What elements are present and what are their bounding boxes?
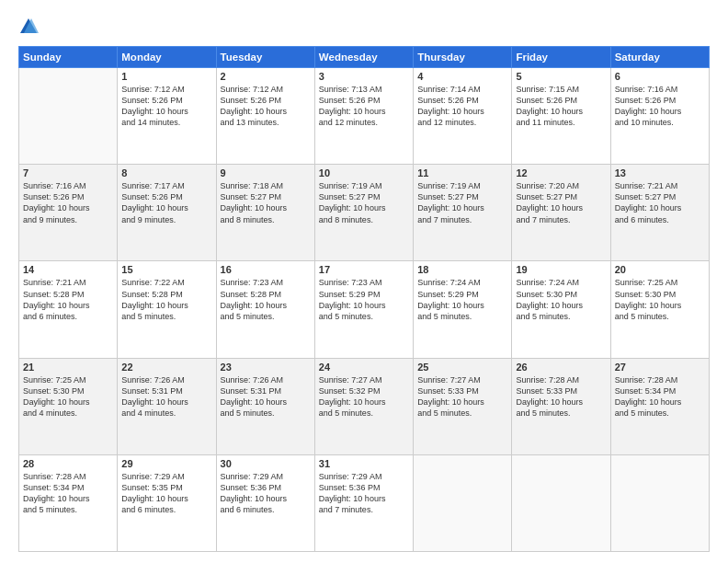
- day-info: Sunrise: 7:28 AM Sunset: 5:33 PM Dayligh…: [516, 374, 606, 419]
- calendar-week-row: 1Sunrise: 7:12 AM Sunset: 5:26 PM Daylig…: [19, 68, 710, 165]
- day-info: Sunrise: 7:16 AM Sunset: 5:26 PM Dayligh…: [23, 180, 113, 225]
- calendar-cell: 19Sunrise: 7:24 AM Sunset: 5:30 PM Dayli…: [512, 261, 610, 358]
- day-info: Sunrise: 7:28 AM Sunset: 5:34 PM Dayligh…: [615, 374, 705, 419]
- calendar-week-row: 21Sunrise: 7:25 AM Sunset: 5:30 PM Dayli…: [19, 358, 710, 454]
- weekday-header-wednesday: Wednesday: [314, 47, 413, 68]
- day-info: Sunrise: 7:26 AM Sunset: 5:31 PM Dayligh…: [221, 374, 311, 419]
- calendar-cell: 3Sunrise: 7:13 AM Sunset: 5:26 PM Daylig…: [314, 68, 413, 165]
- day-number: 12: [516, 167, 606, 178]
- weekday-header-monday: Monday: [118, 47, 216, 68]
- day-number: 11: [417, 167, 507, 178]
- day-number: 27: [615, 362, 705, 373]
- day-info: Sunrise: 7:16 AM Sunset: 5:26 PM Dayligh…: [615, 84, 705, 129]
- day-info: Sunrise: 7:21 AM Sunset: 5:27 PM Dayligh…: [615, 180, 705, 225]
- calendar-cell: 22Sunrise: 7:26 AM Sunset: 5:31 PM Dayli…: [118, 358, 216, 454]
- calendar-cell: 31Sunrise: 7:29 AM Sunset: 5:36 PM Dayli…: [314, 454, 413, 551]
- calendar-cell: 8Sunrise: 7:17 AM Sunset: 5:26 PM Daylig…: [118, 165, 216, 261]
- weekday-header-tuesday: Tuesday: [216, 47, 314, 68]
- calendar-cell: 30Sunrise: 7:29 AM Sunset: 5:36 PM Dayli…: [216, 454, 314, 551]
- calendar-cell: [512, 454, 610, 551]
- day-number: 14: [23, 264, 113, 275]
- day-number: 28: [23, 458, 113, 469]
- weekday-header-sunday: Sunday: [19, 47, 118, 68]
- calendar-cell: 7Sunrise: 7:16 AM Sunset: 5:26 PM Daylig…: [19, 165, 118, 261]
- day-info: Sunrise: 7:17 AM Sunset: 5:26 PM Dayligh…: [121, 180, 211, 225]
- calendar-cell: 14Sunrise: 7:21 AM Sunset: 5:28 PM Dayli…: [19, 261, 118, 358]
- day-number: 26: [516, 362, 606, 373]
- day-number: 5: [516, 71, 606, 82]
- calendar-cell: 25Sunrise: 7:27 AM Sunset: 5:33 PM Dayli…: [414, 358, 512, 454]
- header: [18, 17, 710, 37]
- day-info: Sunrise: 7:29 AM Sunset: 5:35 PM Dayligh…: [121, 471, 211, 516]
- day-info: Sunrise: 7:12 AM Sunset: 5:26 PM Dayligh…: [121, 84, 211, 129]
- day-number: 17: [319, 264, 409, 275]
- calendar-cell: 11Sunrise: 7:19 AM Sunset: 5:27 PM Dayli…: [414, 165, 512, 261]
- day-number: 16: [221, 264, 311, 275]
- day-number: 20: [615, 264, 705, 275]
- day-info: Sunrise: 7:28 AM Sunset: 5:34 PM Dayligh…: [23, 471, 113, 516]
- day-number: 30: [221, 458, 311, 469]
- calendar-cell: 28Sunrise: 7:28 AM Sunset: 5:34 PM Dayli…: [19, 454, 118, 551]
- calendar-cell: [610, 454, 709, 551]
- day-info: Sunrise: 7:21 AM Sunset: 5:28 PM Dayligh…: [23, 277, 113, 322]
- day-info: Sunrise: 7:20 AM Sunset: 5:27 PM Dayligh…: [516, 180, 606, 225]
- calendar-week-row: 14Sunrise: 7:21 AM Sunset: 5:28 PM Dayli…: [19, 261, 710, 358]
- calendar-cell: 18Sunrise: 7:24 AM Sunset: 5:29 PM Dayli…: [414, 261, 512, 358]
- calendar-week-row: 7Sunrise: 7:16 AM Sunset: 5:26 PM Daylig…: [19, 165, 710, 261]
- calendar-cell: 21Sunrise: 7:25 AM Sunset: 5:30 PM Dayli…: [19, 358, 118, 454]
- calendar-cell: 20Sunrise: 7:25 AM Sunset: 5:30 PM Dayli…: [610, 261, 709, 358]
- logo-icon: [18, 17, 39, 37]
- day-info: Sunrise: 7:27 AM Sunset: 5:32 PM Dayligh…: [319, 374, 409, 419]
- day-info: Sunrise: 7:22 AM Sunset: 5:28 PM Dayligh…: [121, 277, 211, 322]
- day-info: Sunrise: 7:24 AM Sunset: 5:30 PM Dayligh…: [516, 277, 606, 322]
- day-info: Sunrise: 7:14 AM Sunset: 5:26 PM Dayligh…: [417, 84, 507, 129]
- day-number: 25: [417, 362, 507, 373]
- day-info: Sunrise: 7:19 AM Sunset: 5:27 PM Dayligh…: [319, 180, 409, 225]
- calendar-cell: 17Sunrise: 7:23 AM Sunset: 5:29 PM Dayli…: [314, 261, 413, 358]
- day-info: Sunrise: 7:25 AM Sunset: 5:30 PM Dayligh…: [615, 277, 705, 322]
- logo: [18, 17, 42, 37]
- calendar-cell: 6Sunrise: 7:16 AM Sunset: 5:26 PM Daylig…: [610, 68, 709, 165]
- calendar-cell: [19, 68, 118, 165]
- weekday-header-row: SundayMondayTuesdayWednesdayThursdayFrid…: [19, 47, 710, 68]
- day-info: Sunrise: 7:18 AM Sunset: 5:27 PM Dayligh…: [221, 180, 311, 225]
- calendar-cell: 24Sunrise: 7:27 AM Sunset: 5:32 PM Dayli…: [314, 358, 413, 454]
- day-number: 4: [417, 71, 507, 82]
- day-info: Sunrise: 7:23 AM Sunset: 5:29 PM Dayligh…: [319, 277, 409, 322]
- calendar-cell: 27Sunrise: 7:28 AM Sunset: 5:34 PM Dayli…: [610, 358, 709, 454]
- day-number: 29: [121, 458, 211, 469]
- day-info: Sunrise: 7:26 AM Sunset: 5:31 PM Dayligh…: [121, 374, 211, 419]
- day-info: Sunrise: 7:15 AM Sunset: 5:26 PM Dayligh…: [516, 84, 606, 129]
- day-number: 2: [221, 71, 311, 82]
- day-number: 13: [615, 167, 705, 178]
- calendar-cell: 15Sunrise: 7:22 AM Sunset: 5:28 PM Dayli…: [118, 261, 216, 358]
- calendar-cell: 5Sunrise: 7:15 AM Sunset: 5:26 PM Daylig…: [512, 68, 610, 165]
- day-info: Sunrise: 7:25 AM Sunset: 5:30 PM Dayligh…: [23, 374, 113, 419]
- day-info: Sunrise: 7:23 AM Sunset: 5:28 PM Dayligh…: [221, 277, 311, 322]
- calendar-cell: 16Sunrise: 7:23 AM Sunset: 5:28 PM Dayli…: [216, 261, 314, 358]
- day-number: 31: [319, 458, 409, 469]
- weekday-header-saturday: Saturday: [610, 47, 709, 68]
- weekday-header-thursday: Thursday: [414, 47, 512, 68]
- weekday-header-friday: Friday: [512, 47, 610, 68]
- day-number: 6: [615, 71, 705, 82]
- day-number: 9: [221, 167, 311, 178]
- day-info: Sunrise: 7:29 AM Sunset: 5:36 PM Dayligh…: [221, 471, 311, 516]
- calendar-cell: 29Sunrise: 7:29 AM Sunset: 5:35 PM Dayli…: [118, 454, 216, 551]
- calendar-cell: 26Sunrise: 7:28 AM Sunset: 5:33 PM Dayli…: [512, 358, 610, 454]
- page: SundayMondayTuesdayWednesdayThursdayFrid…: [0, 0, 728, 563]
- day-info: Sunrise: 7:27 AM Sunset: 5:33 PM Dayligh…: [417, 374, 507, 419]
- calendar-cell: 4Sunrise: 7:14 AM Sunset: 5:26 PM Daylig…: [414, 68, 512, 165]
- calendar-cell: 10Sunrise: 7:19 AM Sunset: 5:27 PM Dayli…: [314, 165, 413, 261]
- day-number: 15: [121, 264, 211, 275]
- calendar-week-row: 28Sunrise: 7:28 AM Sunset: 5:34 PM Dayli…: [19, 454, 710, 551]
- day-number: 18: [417, 264, 507, 275]
- day-info: Sunrise: 7:24 AM Sunset: 5:29 PM Dayligh…: [417, 277, 507, 322]
- day-number: 7: [23, 167, 113, 178]
- day-info: Sunrise: 7:29 AM Sunset: 5:36 PM Dayligh…: [319, 471, 409, 516]
- calendar-cell: 23Sunrise: 7:26 AM Sunset: 5:31 PM Dayli…: [216, 358, 314, 454]
- day-number: 10: [319, 167, 409, 178]
- calendar-cell: 9Sunrise: 7:18 AM Sunset: 5:27 PM Daylig…: [216, 165, 314, 261]
- day-info: Sunrise: 7:13 AM Sunset: 5:26 PM Dayligh…: [319, 84, 409, 129]
- day-number: 1: [121, 71, 211, 82]
